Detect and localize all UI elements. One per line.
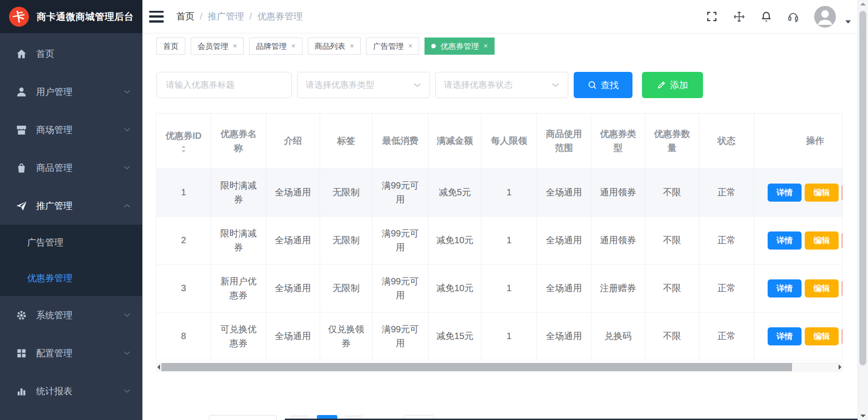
cell-text: 仅兑换领券 [326,322,367,350]
detail-button[interactable]: 详情 [768,327,802,345]
logo-bar: 卡 商卡通微商城管理后台 [0,0,142,33]
sidebar-item-home[interactable]: 首页 [0,35,142,73]
column-header-label: 优惠券数量 [651,127,693,155]
cell-text: 无限制 [326,281,367,295]
move-icon[interactable] [733,10,745,23]
cell-3: 无限制 [320,169,373,216]
cell-text: 限时满减券 [218,179,259,207]
cell-5: 减免10元 [429,264,481,312]
tab-ads[interactable]: 广告管理× [366,38,419,55]
tab-coupons[interactable]: 优惠券管理× [425,38,494,55]
tab-close-icon[interactable]: × [291,42,295,50]
sort-carets-icon[interactable] [180,145,187,153]
coupon-title-input[interactable] [165,80,283,90]
sidebar-item-goods[interactable]: 商品管理 [0,149,142,187]
detail-button[interactable]: 详情 [768,184,802,202]
edit-button[interactable]: 编辑 [805,279,839,297]
table-row: 3新用户优惠券全场通用无限制满99元可用减免10元1全场通用注册赠券不限正常详情… [156,264,842,312]
tab-home[interactable]: 首页 [156,38,185,55]
bell-icon[interactable] [760,10,772,23]
cell-text: 满99元可用 [380,227,421,255]
sidebar-collapse-button[interactable] [149,11,164,23]
page-size-select[interactable] [209,415,277,420]
column-header-6: 每人限领 [481,113,537,168]
sidebar-item-system[interactable]: 系统管理 [0,296,142,334]
edit-button[interactable]: 编辑 [805,184,839,202]
cell-1: 新用户优惠券 [211,264,266,312]
tab-close-icon[interactable]: × [233,42,237,50]
column-header-4: 最低消费 [373,113,429,168]
cell-text: 全场通用 [543,329,585,343]
edit-button[interactable]: 编辑 [805,231,839,250]
cell-text: 1 [488,185,530,199]
user-avatar[interactable] [814,6,836,28]
detail-button[interactable]: 详情 [768,279,802,297]
gear-icon [15,309,28,321]
cell-text: 可兑换优惠券 [218,322,259,350]
tab-label: 商品列表 [315,41,345,52]
tab-members[interactable]: 会员管理× [191,38,244,55]
column-header-2: 介绍 [266,113,320,168]
tab-close-icon[interactable]: × [350,42,354,50]
delete-button[interactable] [842,279,842,297]
cell-text: 不限 [651,233,693,247]
sidebar-item-promotion[interactable]: 推广管理 [0,187,142,225]
scroll-right-arrow-icon[interactable] [839,364,841,370]
chevron-down-icon [123,389,131,393]
sidebar-subitem-label: 广告管理 [27,236,63,249]
horizontal-scrollbar[interactable] [156,362,843,372]
scroll-up-arrow-icon[interactable] [860,3,866,5]
coupon-type-placeholder: 请选择优惠券类型 [306,79,374,91]
cell-8: 通用领券 [591,217,645,264]
tabs-bar: 首页会员管理×品牌管理×商品列表×广告管理×优惠券管理× [142,33,868,59]
cell-1: 可兑换优惠券 [211,312,266,360]
detail-button[interactable]: 详情 [768,231,802,250]
scroll-down-arrow-icon[interactable] [860,415,866,417]
sidebar-item-users[interactable]: 用户管理 [0,73,142,111]
vertical-scrollbar-thumb[interactable] [859,11,866,365]
tab-label: 首页 [163,41,179,52]
tab-brands[interactable]: 品牌管理× [249,38,302,55]
delete-button[interactable] [842,327,842,345]
tab-goods-list[interactable]: 商品列表× [308,38,361,55]
sidebar-item-reports[interactable]: 统计报表 [0,372,142,410]
actions-cell: 详情编辑 [754,169,842,216]
cell-text: 不限 [651,329,693,343]
tab-close-icon[interactable]: × [483,42,487,50]
column-header-9: 优惠券数量 [645,113,699,168]
sidebar-subitem-ads[interactable]: 广告管理 [0,225,142,260]
sidebar-subitem-coupons[interactable]: 优惠券管理 [0,260,142,296]
add-button[interactable]: 添加 [642,72,703,98]
cell-text: 1 [488,233,530,247]
cell-7: 全场通用 [537,169,591,216]
coupon-status-select[interactable]: 请选择优惠券状态 [435,72,568,98]
headset-icon[interactable] [787,10,799,23]
send-icon [15,200,28,212]
caret-down-icon[interactable] [844,19,852,24]
cell-2: 全场通用 [266,312,320,360]
column-header-label: 优惠券名称 [218,127,259,155]
horizontal-scrollbar-thumb[interactable] [161,363,792,371]
column-header-0[interactable]: 优惠券ID [156,113,211,168]
search-button[interactable]: 查找 [574,72,632,98]
fullscreen-icon[interactable] [706,10,718,23]
breadcrumb: 首页/推广管理/优惠券管理 [176,10,302,23]
edit-button[interactable]: 编辑 [805,327,839,345]
vertical-scrollbar[interactable] [858,0,868,420]
delete-button[interactable] [842,231,842,250]
column-header-7: 商品使用范围 [537,113,591,168]
chevron-down-icon [552,80,560,90]
cell-0: 1 [156,169,211,216]
coupon-type-select[interactable]: 请选择优惠券类型 [297,72,430,98]
delete-button[interactable] [842,184,842,202]
scroll-left-arrow-icon[interactable] [157,364,160,370]
cell-0: 3 [156,264,211,312]
chevron-down-icon [123,313,131,317]
column-header-label: 操作 [806,134,824,148]
breadcrumb-item[interactable]: 首页 [176,10,194,23]
cell-4: 满99元可用 [373,169,429,216]
cell-9: 不限 [645,169,699,216]
sidebar-item-config[interactable]: 配置管理 [0,334,142,372]
tab-close-icon[interactable]: × [408,42,412,50]
sidebar-item-mall[interactable]: 商场管理 [0,111,142,149]
